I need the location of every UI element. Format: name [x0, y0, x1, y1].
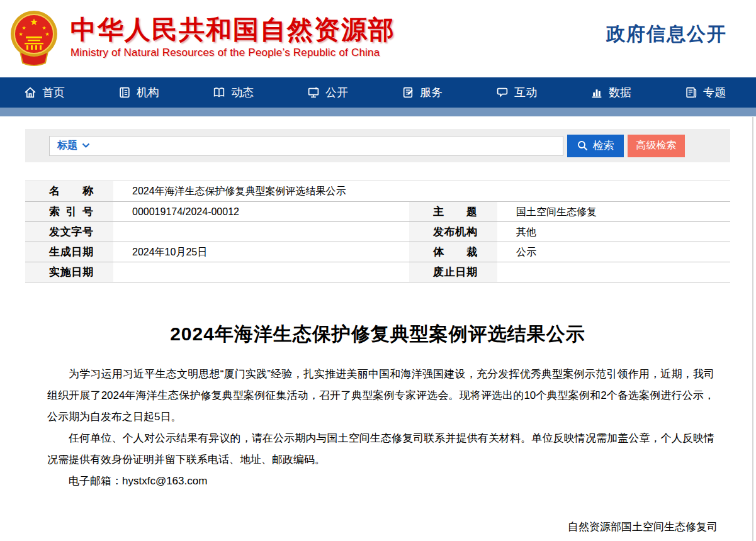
national-emblem-logo: ★ ★ ★ ★ ★ — [9, 8, 59, 67]
nav-label: 服务 — [420, 85, 443, 100]
meta-label-abolish: 废止日期 — [409, 262, 497, 282]
meta-label-agency: 发布机构 — [409, 222, 497, 242]
svg-text:★: ★ — [30, 16, 38, 27]
nav-item-home[interactable]: 首页 — [24, 85, 65, 100]
meta-label-index: 索引号 — [25, 202, 113, 221]
meta-row-name: 名称 2024年海洋生态保护修复典型案例评选结果公示 — [25, 181, 730, 201]
site-header: ★ ★ ★ ★ ★ 中华人民共和国自然资源部 Ministry of Natur… — [0, 0, 756, 77]
nav-item-news[interactable]: 动态 — [213, 85, 254, 100]
meta-value-topic: 国土空间生态修复 — [497, 202, 730, 221]
meta-value-impl — [113, 262, 409, 282]
chevron-down-icon — [82, 143, 90, 148]
meta-value-name: 2024年海洋生态保护修复典型案例评选结果公示 — [113, 181, 730, 201]
nav-label: 动态 — [231, 85, 254, 100]
monitor-icon — [307, 86, 320, 99]
meta-label-impl: 实施日期 — [25, 262, 113, 282]
nav-item-interaction[interactable]: 互动 — [496, 85, 537, 100]
nav-item-data[interactable]: 数据 — [590, 85, 631, 100]
nav-label: 专题 — [703, 85, 726, 100]
search-icon — [577, 140, 588, 151]
meta-value-docnum — [113, 222, 409, 242]
open-book-icon — [213, 86, 225, 99]
chat-bubble-icon — [496, 86, 509, 99]
svg-text:★: ★ — [42, 25, 46, 31]
nav-item-services[interactable]: 服务 — [402, 85, 443, 100]
article: 2024年海洋生态保护修复典型案例评选结果公示 为学习运用习近平生态文明思想“厦… — [25, 321, 730, 541]
search-band: 标题 检索 高级检索 — [25, 129, 730, 162]
article-paragraph-email: 电子邮箱：hystxfc@163.com — [47, 471, 714, 492]
article-title: 2024年海洋生态保护修复典型案例评选结果公示 — [25, 321, 730, 347]
svg-text:★: ★ — [18, 31, 23, 37]
nav-label: 公开 — [325, 85, 348, 100]
org-icon — [118, 86, 131, 99]
nav-substrip — [0, 108, 756, 116]
meta-label-name: 名称 — [25, 181, 113, 201]
meta-row-impl-abolish: 实施日期 废止日期 — [25, 262, 730, 282]
nav-item-disclosure[interactable]: 公开 — [307, 85, 348, 100]
meta-value-genre: 公示 — [497, 242, 730, 262]
meta-row-docnum-agency: 发文字号 发布机构 其他 — [25, 221, 730, 242]
brand-text: 中华人民共和国自然资源部 Ministry of Natural Resourc… — [71, 15, 395, 59]
search-button[interactable]: 检索 — [567, 135, 624, 157]
newspaper-icon — [685, 86, 697, 99]
meta-row-created-genre: 生成日期 2024年10月25日 体裁 公示 — [25, 242, 730, 262]
search-field-selector[interactable]: 标题 — [57, 139, 90, 152]
doc-pen-icon — [402, 86, 414, 99]
meta-value-agency: 其他 — [497, 222, 730, 242]
search-input[interactable] — [90, 137, 563, 155]
nav-item-topics[interactable]: 专题 — [685, 85, 726, 100]
meta-row-index-topic: 索引号 000019174/2024-00012 主题 国土空间生态修复 — [25, 201, 730, 221]
meta-label-genre: 体裁 — [409, 242, 497, 262]
site-title: 中华人民共和国自然资源部 — [71, 15, 395, 45]
doc-meta-table: 名称 2024年海洋生态保护修复典型案例评选结果公示 索引号 000019174… — [25, 181, 730, 282]
meta-value-index: 000019174/2024-00012 — [113, 202, 409, 221]
search-button-label: 检索 — [593, 138, 614, 153]
main-nav: 首页 机构 动态 公开 服务 互动 数据 专题 — [0, 77, 756, 108]
brand: ★ ★ ★ ★ ★ 中华人民共和国自然资源部 Ministry of Natur… — [9, 8, 395, 67]
nav-item-org[interactable]: 机构 — [118, 85, 159, 100]
nav-label: 机构 — [137, 85, 159, 100]
article-body: 为学习运用习近平生态文明思想“厦门实践”经验，扎实推进美丽中国和海洋强国建设，充… — [25, 364, 730, 492]
advanced-search-button[interactable]: 高级检索 — [628, 135, 685, 157]
meta-label-docnum: 发文字号 — [25, 222, 113, 242]
nav-label: 数据 — [609, 85, 631, 100]
home-icon — [24, 86, 37, 99]
section-title: 政府信息公开 — [606, 21, 727, 47]
page-right-border — [752, 117, 753, 541]
meta-label-created: 生成日期 — [25, 242, 113, 262]
article-paragraph: 任何单位、个人对公示结果有异议的，请在公示期内与国土空间生态修复司联系并提供有关… — [47, 428, 714, 471]
meta-value-abolish — [497, 262, 730, 282]
svg-text:★: ★ — [45, 31, 49, 37]
search-field-label: 标题 — [57, 139, 77, 152]
site-subtitle: Ministry of Natural Resources of the Peo… — [71, 47, 395, 59]
nav-label: 互动 — [514, 85, 537, 100]
search-box: 标题 — [49, 136, 563, 156]
meta-value-created: 2024年10月25日 — [113, 242, 409, 262]
article-paragraph: 为学习运用习近平生态文明思想“厦门实践”经验，扎实推进美丽中国和海洋强国建设，充… — [47, 364, 714, 428]
bar-chart-icon — [590, 86, 603, 99]
meta-label-topic: 主题 — [409, 202, 497, 221]
article-signature: 自然资源部国土空间生态修复司 — [25, 520, 730, 534]
nav-label: 首页 — [42, 85, 65, 100]
svg-text:★: ★ — [21, 25, 26, 31]
